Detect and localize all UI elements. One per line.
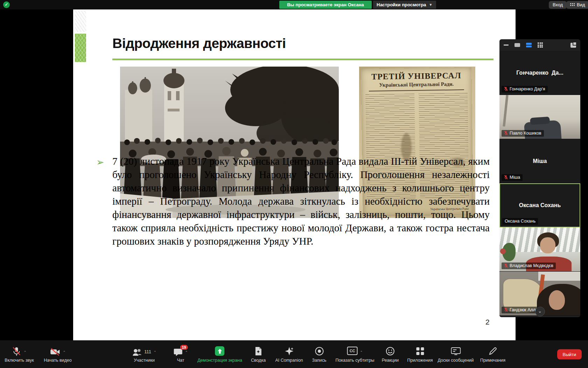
- participant-name: Гандзюк Алла: [510, 307, 538, 312]
- start-video-button[interactable]: ⌃ Начать видео: [44, 340, 71, 368]
- video-tile-sokhan-active-speaker[interactable]: Оксана Сохань Оксана Сохань: [499, 183, 580, 227]
- participant-name-tag: Владислав Мєдвєдєв: [502, 263, 556, 269]
- participant-name-tag: Гандзюк Алла: [502, 307, 540, 313]
- summary-doc-icon: [254, 347, 262, 356]
- bottom-toolbar: ⌃ Включить звук ⌃ Начать видео 111 ⌃ Уча: [0, 340, 588, 368]
- video-tile-medvedev[interactable]: Владислав Мєдвєдєв: [499, 227, 580, 272]
- gallery-grid-view-icon[interactable]: [538, 42, 543, 48]
- participant-display-name: Оксана Сохань: [500, 202, 580, 209]
- apps-grid-icon: [416, 347, 424, 355]
- muted-mic-icon: [504, 307, 508, 312]
- view-settings-label: Настройки просмотра: [377, 1, 426, 9]
- video-tile-koshykov[interactable]: Павло Кошиков: [499, 95, 580, 139]
- chat-button[interactable]: 19 ⌃ Чат: [174, 340, 188, 368]
- slide-paragraph: 7 (20) листопада 1917 року Українська Це…: [112, 155, 490, 248]
- start-video-label: Начать видео: [44, 358, 71, 363]
- participants-icon: [132, 348, 142, 356]
- participants-panel: Гончаренко Да... Гончаренко Дар'я: [499, 39, 580, 317]
- login-button[interactable]: Вход: [549, 1, 567, 9]
- video-tile-goncharenko[interactable]: Гончаренко Да... Гончаренко Дар'я: [499, 51, 580, 95]
- participant-name-tag: Міша: [502, 174, 523, 181]
- view-button[interactable]: Вид: [566, 1, 588, 9]
- muted-mic-icon: [504, 131, 508, 136]
- login-label: Вход: [553, 1, 563, 9]
- ai-sparkle-icon: [285, 347, 294, 356]
- reactions-label: Реакции: [382, 358, 399, 363]
- video-scene-detail: [503, 95, 508, 127]
- whiteboards-button[interactable]: Доски сообщений: [438, 340, 474, 368]
- slide-title: Відродження державності: [112, 36, 286, 51]
- gallery-strip-view-icon[interactable]: [526, 43, 532, 47]
- slide-decoration-green-lattice: [75, 34, 86, 62]
- document-divider: [369, 89, 464, 91]
- reactions-smiley-icon: [386, 347, 395, 356]
- speaker-view-icon[interactable]: [514, 43, 520, 47]
- record-icon: [315, 347, 324, 356]
- captions-options-chevron[interactable]: ⌃: [360, 350, 363, 354]
- top-bar: ✓ Вы просматриваете экран Оксана Сохань …: [0, 0, 588, 9]
- participant-name: Міша: [510, 175, 520, 180]
- mic-muted-icon: [12, 347, 21, 356]
- video-tiles: Гончаренко Да... Гончаренко Дар'я: [499, 51, 580, 317]
- ai-companion-label: AI Companion: [275, 358, 303, 363]
- participants-button[interactable]: 111 ⌃ Участники: [132, 340, 156, 368]
- participants-options-chevron[interactable]: ⌃: [154, 350, 156, 354]
- minimize-panel-icon[interactable]: [504, 45, 509, 46]
- bullet-icon: ➢: [96, 157, 104, 168]
- participant-name-tag: Гончаренко Дар'я: [502, 86, 548, 93]
- muted-mic-icon: [504, 175, 508, 180]
- annotate-button[interactable]: Примечания: [480, 340, 505, 368]
- summary-button[interactable]: Сводка: [251, 340, 266, 368]
- share-screen-icon: [215, 346, 224, 356]
- presentation-slide: Відродження державності: [73, 9, 516, 340]
- share-screen-button[interactable]: Демонстрация экрана: [197, 340, 242, 368]
- participants-label: Участники: [134, 358, 155, 363]
- video-scene-detail: [540, 237, 555, 253]
- chat-options-chevron[interactable]: ⌃: [185, 350, 188, 354]
- mic-options-chevron[interactable]: ⌃: [24, 350, 27, 354]
- participant-name-tag: Павло Кошиков: [502, 130, 544, 137]
- grid-view-icon: [570, 3, 575, 7]
- share-screen-label: Демонстрация экрана: [197, 358, 242, 363]
- participant-name: Павло Кошиков: [510, 131, 541, 136]
- view-label: Вид: [577, 1, 585, 9]
- panel-scroll-down-button[interactable]: ⌄: [535, 307, 545, 316]
- reactions-button[interactable]: Реакции: [382, 340, 399, 368]
- pencil-icon: [488, 347, 497, 355]
- chevron-down-icon: ▼: [429, 1, 433, 9]
- muted-mic-icon: [504, 263, 508, 268]
- participant-name-tag: Оксана Сохань: [502, 218, 538, 225]
- leave-meeting-button[interactable]: Выйти: [557, 349, 582, 359]
- participant-name: Владислав Мєдвєдєв: [510, 263, 553, 268]
- video-options-chevron[interactable]: ⌃: [63, 350, 66, 354]
- annotate-label: Примечания: [480, 358, 505, 363]
- participant-display-name: Міша: [499, 158, 580, 164]
- security-shield-icon: ✓: [3, 1, 10, 8]
- chat-label: Чат: [177, 358, 184, 363]
- captions-button[interactable]: CC ⌃ Показать субтитры: [336, 340, 374, 368]
- captions-label: Показать субтитры: [336, 358, 374, 363]
- participant-display-name: Гончаренко Да...: [499, 70, 580, 76]
- ai-companion-button[interactable]: AI Companion: [275, 340, 303, 368]
- apps-button[interactable]: Приложения: [407, 340, 433, 368]
- slide-title-underline: [112, 59, 493, 60]
- record-button[interactable]: Запись: [312, 340, 326, 368]
- popout-panel-icon[interactable]: [570, 43, 576, 48]
- document-heading: ТРЕТІЙ УНІВЕРСАЛ: [365, 71, 467, 82]
- record-label: Запись: [312, 358, 326, 363]
- whiteboard-icon: [451, 347, 461, 355]
- participant-name: Оксана Сохань: [505, 219, 536, 224]
- chat-unread-badge: 19: [180, 345, 188, 350]
- video-scene-detail: [500, 248, 506, 254]
- summary-label: Сводка: [251, 358, 266, 363]
- view-settings-dropdown[interactable]: Настройки просмотра ▼: [373, 1, 436, 9]
- unmute-button[interactable]: ⌃ Включить звук: [5, 340, 34, 368]
- slide-decoration-stripes: [75, 11, 86, 32]
- camera-off-icon: [50, 347, 61, 356]
- unmute-label: Включить звук: [5, 358, 34, 363]
- slide-page-number: 2: [485, 318, 490, 326]
- video-tile-misha[interactable]: Міша Міша: [499, 139, 580, 183]
- video-scene-detail: [549, 290, 565, 310]
- screen-share-banner: Вы просматриваете экран Оксана Сохань: [279, 1, 372, 9]
- whiteboards-label: Доски сообщений: [438, 358, 474, 363]
